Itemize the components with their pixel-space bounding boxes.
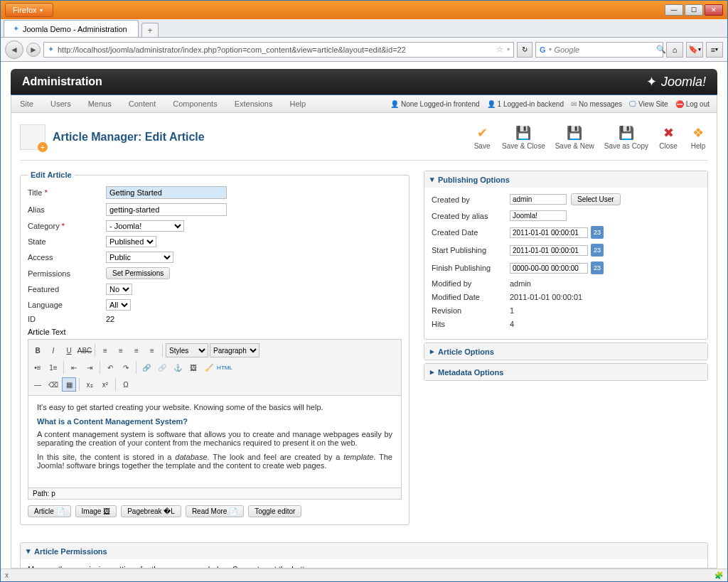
maximize-button[interactable]: ☐ bbox=[685, 4, 703, 16]
url-input[interactable] bbox=[58, 45, 493, 54]
superscript-button[interactable]: x² bbox=[98, 377, 112, 392]
redo-button[interactable]: ↷ bbox=[119, 360, 133, 374]
menu-site[interactable]: Site bbox=[11, 99, 42, 108]
article-permissions-header[interactable]: ▾Article Permissions bbox=[21, 543, 707, 559]
editor-toolbar: B I U ABC ≡ ≡ ≡ ≡ Styles bbox=[28, 339, 402, 396]
search-bar[interactable]: G ▾ 🔍 bbox=[535, 42, 663, 58]
tools-button[interactable]: ≡▾ bbox=[706, 42, 723, 58]
created-by-input[interactable] bbox=[510, 194, 567, 205]
article-options-header[interactable]: ▸Article Options bbox=[424, 343, 707, 360]
browser-tab[interactable]: ✦ Joomla Demo - Administration bbox=[4, 20, 139, 37]
save-icon: 💾 bbox=[616, 125, 636, 141]
category-label: Category bbox=[28, 222, 106, 230]
unlink-button[interactable]: 🔗 bbox=[155, 360, 169, 374]
save-new-button[interactable]: 💾Save & New bbox=[555, 125, 594, 150]
status-messages[interactable]: ✉No messages bbox=[571, 100, 622, 108]
calendar-icon[interactable]: 23 bbox=[591, 244, 604, 257]
created-alias-input[interactable] bbox=[510, 210, 567, 221]
status-frontend[interactable]: 👤None Logged-in frontend bbox=[390, 100, 480, 108]
search-icon[interactable]: 🔍 bbox=[656, 45, 666, 54]
bold-button[interactable]: B bbox=[31, 343, 45, 357]
featured-label: Featured bbox=[28, 285, 106, 293]
styles-select[interactable]: Styles bbox=[166, 343, 208, 357]
toggle-editor-button[interactable]: Toggle editor bbox=[248, 505, 301, 517]
status-backend[interactable]: 👤1 Logged-in backend bbox=[487, 100, 564, 108]
close-button[interactable]: ✕ bbox=[705, 4, 723, 16]
created-date-input[interactable] bbox=[510, 227, 588, 238]
bullet-list-button[interactable]: •≡ bbox=[31, 360, 45, 374]
indent-button[interactable]: ⇥ bbox=[82, 360, 97, 374]
format-select[interactable]: Paragraph bbox=[210, 343, 259, 357]
created-alias-label: Created by alias bbox=[432, 212, 510, 220]
align-center-button[interactable]: ≡ bbox=[114, 343, 128, 357]
search-input[interactable] bbox=[555, 45, 653, 54]
image-button[interactable]: 🖼 bbox=[186, 360, 200, 374]
metadata-options-header[interactable]: ▸Metadata Options bbox=[424, 364, 707, 380]
close-action-button[interactable]: ✖Close bbox=[658, 125, 678, 150]
back-button[interactable]: ◄ bbox=[5, 41, 23, 59]
undo-button[interactable]: ↶ bbox=[103, 360, 117, 374]
bookmarks-button[interactable]: 🔖▾ bbox=[686, 42, 703, 58]
url-bar[interactable]: ✦ ☆ ▾ bbox=[43, 42, 514, 58]
menu-menus[interactable]: Menus bbox=[80, 99, 120, 108]
menu-components[interactable]: Components bbox=[164, 99, 225, 108]
set-permissions-button[interactable]: Set Permissions bbox=[106, 267, 170, 279]
new-tab-button[interactable]: + bbox=[141, 23, 159, 37]
strike-button[interactable]: ABC bbox=[77, 343, 92, 357]
start-pub-input[interactable] bbox=[510, 245, 588, 256]
language-select[interactable]: All bbox=[106, 299, 131, 311]
toolbar: ✔Save 💾Save & Close 💾Save & New 💾Save as… bbox=[472, 125, 708, 150]
logout-link[interactable]: ⛔Log out bbox=[675, 100, 710, 108]
readmore-button[interactable]: Read More 📄 bbox=[186, 505, 244, 517]
help-button[interactable]: ❖Help bbox=[688, 125, 708, 150]
title-input[interactable] bbox=[106, 186, 227, 199]
modified-date-value: 2011-01-01 00:00:01 bbox=[510, 293, 582, 301]
finish-pub-input[interactable] bbox=[510, 263, 588, 274]
status-x[interactable]: x bbox=[5, 571, 9, 579]
anchor-button[interactable]: ⚓ bbox=[171, 360, 185, 374]
featured-select[interactable]: No bbox=[106, 284, 132, 295]
align-right-button[interactable]: ≡ bbox=[129, 343, 144, 357]
home-button[interactable]: ⌂ bbox=[666, 42, 683, 58]
editor-body[interactable]: It's easy to get started creating your w… bbox=[28, 396, 402, 488]
minimize-button[interactable]: — bbox=[665, 4, 683, 16]
outdent-button[interactable]: ⇤ bbox=[67, 360, 81, 374]
removeformat-button[interactable]: ⌫ bbox=[46, 377, 60, 392]
html-button[interactable]: HTML bbox=[218, 360, 232, 374]
insert-article-button[interactable]: Article 📄 bbox=[28, 505, 71, 517]
save-close-button[interactable]: 💾Save & Close bbox=[502, 125, 545, 150]
insert-image-button[interactable]: Image 🖼 bbox=[75, 505, 117, 517]
menu-content[interactable]: Content bbox=[120, 99, 165, 108]
charmap-button[interactable]: Ω bbox=[119, 377, 133, 392]
menu-users[interactable]: Users bbox=[42, 99, 80, 108]
link-button[interactable]: 🔗 bbox=[139, 360, 154, 374]
cleanup-button[interactable]: 🧹 bbox=[202, 360, 216, 374]
underline-button[interactable]: U bbox=[62, 343, 76, 357]
access-select[interactable]: Public bbox=[106, 252, 173, 263]
reload-button[interactable]: ↻ bbox=[517, 42, 532, 58]
subscript-button[interactable]: x₂ bbox=[82, 377, 97, 392]
bookmark-icon[interactable]: ☆ bbox=[496, 45, 503, 54]
save-button[interactable]: ✔Save bbox=[472, 125, 492, 150]
italic-button[interactable]: I bbox=[46, 343, 60, 357]
select-user-button[interactable]: Select User bbox=[571, 193, 621, 205]
pagebreak-button[interactable]: Pagebreak �L bbox=[121, 505, 181, 517]
view-site-link[interactable]: 🖵View Site bbox=[629, 100, 668, 108]
calendar-icon[interactable]: 23 bbox=[591, 226, 604, 239]
hr-button[interactable]: — bbox=[31, 377, 45, 392]
forward-button[interactable]: ► bbox=[26, 43, 41, 57]
addon-icon[interactable]: 🧩 bbox=[714, 571, 723, 579]
menu-extensions[interactable]: Extensions bbox=[226, 99, 282, 108]
table-button[interactable]: ▦ bbox=[62, 377, 76, 392]
state-select[interactable]: Published bbox=[106, 236, 156, 247]
align-justify-button[interactable]: ≡ bbox=[145, 343, 159, 357]
align-left-button[interactable]: ≡ bbox=[98, 343, 112, 357]
number-list-button[interactable]: 1≡ bbox=[46, 360, 60, 374]
menu-help[interactable]: Help bbox=[281, 99, 314, 108]
save-copy-button[interactable]: 💾Save as Copy bbox=[604, 125, 648, 150]
category-select[interactable]: - Joomla! bbox=[106, 220, 184, 232]
publishing-options-header[interactable]: ▾Publishing Options bbox=[424, 171, 707, 188]
alias-input[interactable] bbox=[106, 203, 227, 216]
calendar-icon[interactable]: 23 bbox=[591, 262, 604, 274]
firefox-menu-button[interactable]: Firefox bbox=[5, 3, 53, 17]
